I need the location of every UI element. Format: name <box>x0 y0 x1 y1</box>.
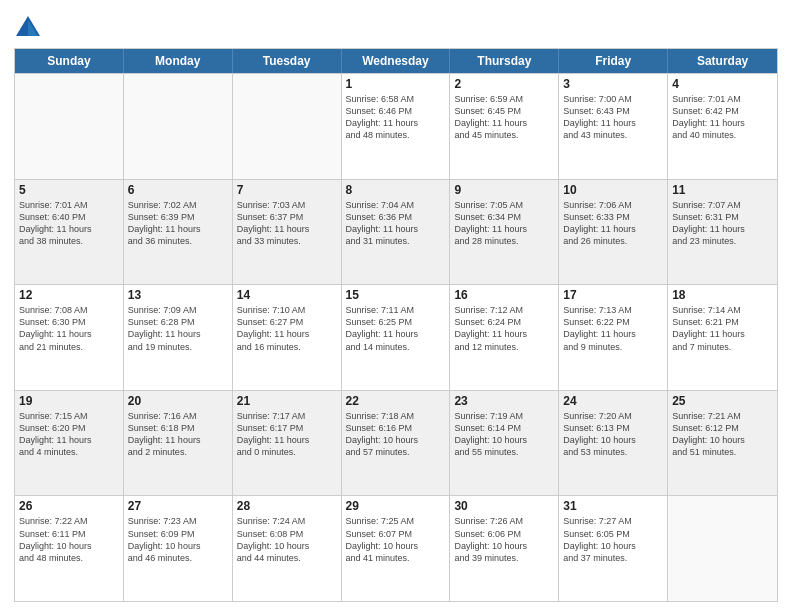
day-number: 23 <box>454 394 554 408</box>
calendar: SundayMondayTuesdayWednesdayThursdayFrid… <box>14 48 778 602</box>
day-info: Sunrise: 7:23 AM Sunset: 6:09 PM Dayligh… <box>128 515 228 564</box>
day-info: Sunrise: 7:27 AM Sunset: 6:05 PM Dayligh… <box>563 515 663 564</box>
calendar-day-5: 5Sunrise: 7:01 AM Sunset: 6:40 PM Daylig… <box>15 180 124 285</box>
header-day-saturday: Saturday <box>668 49 777 73</box>
day-number: 1 <box>346 77 446 91</box>
calendar-day-12: 12Sunrise: 7:08 AM Sunset: 6:30 PM Dayli… <box>15 285 124 390</box>
calendar-day-15: 15Sunrise: 7:11 AM Sunset: 6:25 PM Dayli… <box>342 285 451 390</box>
calendar-day-13: 13Sunrise: 7:09 AM Sunset: 6:28 PM Dayli… <box>124 285 233 390</box>
day-number: 9 <box>454 183 554 197</box>
calendar-day-26: 26Sunrise: 7:22 AM Sunset: 6:11 PM Dayli… <box>15 496 124 601</box>
calendar-day-24: 24Sunrise: 7:20 AM Sunset: 6:13 PM Dayli… <box>559 391 668 496</box>
day-info: Sunrise: 7:06 AM Sunset: 6:33 PM Dayligh… <box>563 199 663 248</box>
day-info: Sunrise: 7:10 AM Sunset: 6:27 PM Dayligh… <box>237 304 337 353</box>
day-info: Sunrise: 7:15 AM Sunset: 6:20 PM Dayligh… <box>19 410 119 459</box>
calendar-day-1: 1Sunrise: 6:58 AM Sunset: 6:46 PM Daylig… <box>342 74 451 179</box>
day-info: Sunrise: 7:12 AM Sunset: 6:24 PM Dayligh… <box>454 304 554 353</box>
calendar-day-17: 17Sunrise: 7:13 AM Sunset: 6:22 PM Dayli… <box>559 285 668 390</box>
day-info: Sunrise: 7:26 AM Sunset: 6:06 PM Dayligh… <box>454 515 554 564</box>
day-info: Sunrise: 7:07 AM Sunset: 6:31 PM Dayligh… <box>672 199 773 248</box>
day-info: Sunrise: 7:22 AM Sunset: 6:11 PM Dayligh… <box>19 515 119 564</box>
day-info: Sunrise: 7:21 AM Sunset: 6:12 PM Dayligh… <box>672 410 773 459</box>
day-number: 20 <box>128 394 228 408</box>
day-info: Sunrise: 7:13 AM Sunset: 6:22 PM Dayligh… <box>563 304 663 353</box>
day-number: 19 <box>19 394 119 408</box>
calendar-row-1: 5Sunrise: 7:01 AM Sunset: 6:40 PM Daylig… <box>15 179 777 285</box>
day-info: Sunrise: 7:11 AM Sunset: 6:25 PM Dayligh… <box>346 304 446 353</box>
day-number: 22 <box>346 394 446 408</box>
calendar-day-22: 22Sunrise: 7:18 AM Sunset: 6:16 PM Dayli… <box>342 391 451 496</box>
day-number: 28 <box>237 499 337 513</box>
day-info: Sunrise: 7:16 AM Sunset: 6:18 PM Dayligh… <box>128 410 228 459</box>
day-number: 29 <box>346 499 446 513</box>
calendar-body: 1Sunrise: 6:58 AM Sunset: 6:46 PM Daylig… <box>15 73 777 601</box>
day-number: 2 <box>454 77 554 91</box>
calendar-day-28: 28Sunrise: 7:24 AM Sunset: 6:08 PM Dayli… <box>233 496 342 601</box>
day-number: 14 <box>237 288 337 302</box>
day-number: 16 <box>454 288 554 302</box>
day-info: Sunrise: 7:14 AM Sunset: 6:21 PM Dayligh… <box>672 304 773 353</box>
day-info: Sunrise: 7:19 AM Sunset: 6:14 PM Dayligh… <box>454 410 554 459</box>
calendar-day-10: 10Sunrise: 7:06 AM Sunset: 6:33 PM Dayli… <box>559 180 668 285</box>
calendar-day-19: 19Sunrise: 7:15 AM Sunset: 6:20 PM Dayli… <box>15 391 124 496</box>
calendar-day-2: 2Sunrise: 6:59 AM Sunset: 6:45 PM Daylig… <box>450 74 559 179</box>
calendar-day-23: 23Sunrise: 7:19 AM Sunset: 6:14 PM Dayli… <box>450 391 559 496</box>
calendar-row-0: 1Sunrise: 6:58 AM Sunset: 6:46 PM Daylig… <box>15 73 777 179</box>
calendar-day-empty-0-2 <box>233 74 342 179</box>
page: SundayMondayTuesdayWednesdayThursdayFrid… <box>0 0 792 612</box>
header-day-tuesday: Tuesday <box>233 49 342 73</box>
calendar-day-8: 8Sunrise: 7:04 AM Sunset: 6:36 PM Daylig… <box>342 180 451 285</box>
calendar-day-11: 11Sunrise: 7:07 AM Sunset: 6:31 PM Dayli… <box>668 180 777 285</box>
logo-icon <box>14 14 42 42</box>
day-info: Sunrise: 7:24 AM Sunset: 6:08 PM Dayligh… <box>237 515 337 564</box>
day-number: 15 <box>346 288 446 302</box>
day-info: Sunrise: 7:03 AM Sunset: 6:37 PM Dayligh… <box>237 199 337 248</box>
day-number: 8 <box>346 183 446 197</box>
day-info: Sunrise: 7:25 AM Sunset: 6:07 PM Dayligh… <box>346 515 446 564</box>
day-number: 10 <box>563 183 663 197</box>
day-info: Sunrise: 7:20 AM Sunset: 6:13 PM Dayligh… <box>563 410 663 459</box>
day-info: Sunrise: 7:00 AM Sunset: 6:43 PM Dayligh… <box>563 93 663 142</box>
day-number: 13 <box>128 288 228 302</box>
day-number: 6 <box>128 183 228 197</box>
calendar-day-31: 31Sunrise: 7:27 AM Sunset: 6:05 PM Dayli… <box>559 496 668 601</box>
header-day-sunday: Sunday <box>15 49 124 73</box>
header-day-friday: Friday <box>559 49 668 73</box>
calendar-day-16: 16Sunrise: 7:12 AM Sunset: 6:24 PM Dayli… <box>450 285 559 390</box>
day-info: Sunrise: 6:59 AM Sunset: 6:45 PM Dayligh… <box>454 93 554 142</box>
calendar-day-27: 27Sunrise: 7:23 AM Sunset: 6:09 PM Dayli… <box>124 496 233 601</box>
day-info: Sunrise: 7:05 AM Sunset: 6:34 PM Dayligh… <box>454 199 554 248</box>
day-info: Sunrise: 7:02 AM Sunset: 6:39 PM Dayligh… <box>128 199 228 248</box>
day-info: Sunrise: 7:18 AM Sunset: 6:16 PM Dayligh… <box>346 410 446 459</box>
day-info: Sunrise: 7:08 AM Sunset: 6:30 PM Dayligh… <box>19 304 119 353</box>
calendar-day-25: 25Sunrise: 7:21 AM Sunset: 6:12 PM Dayli… <box>668 391 777 496</box>
day-number: 24 <box>563 394 663 408</box>
header-day-wednesday: Wednesday <box>342 49 451 73</box>
day-number: 30 <box>454 499 554 513</box>
header-day-monday: Monday <box>124 49 233 73</box>
calendar-day-4: 4Sunrise: 7:01 AM Sunset: 6:42 PM Daylig… <box>668 74 777 179</box>
calendar-day-empty-4-6 <box>668 496 777 601</box>
day-number: 17 <box>563 288 663 302</box>
day-number: 21 <box>237 394 337 408</box>
calendar-day-7: 7Sunrise: 7:03 AM Sunset: 6:37 PM Daylig… <box>233 180 342 285</box>
day-number: 11 <box>672 183 773 197</box>
day-number: 26 <box>19 499 119 513</box>
calendar-header: SundayMondayTuesdayWednesdayThursdayFrid… <box>15 49 777 73</box>
calendar-day-empty-0-0 <box>15 74 124 179</box>
day-info: Sunrise: 7:01 AM Sunset: 6:42 PM Dayligh… <box>672 93 773 142</box>
header <box>14 10 778 42</box>
logo <box>14 14 46 42</box>
day-number: 3 <box>563 77 663 91</box>
calendar-day-30: 30Sunrise: 7:26 AM Sunset: 6:06 PM Dayli… <box>450 496 559 601</box>
calendar-row-4: 26Sunrise: 7:22 AM Sunset: 6:11 PM Dayli… <box>15 495 777 601</box>
day-info: Sunrise: 6:58 AM Sunset: 6:46 PM Dayligh… <box>346 93 446 142</box>
calendar-day-3: 3Sunrise: 7:00 AM Sunset: 6:43 PM Daylig… <box>559 74 668 179</box>
header-day-thursday: Thursday <box>450 49 559 73</box>
calendar-day-20: 20Sunrise: 7:16 AM Sunset: 6:18 PM Dayli… <box>124 391 233 496</box>
day-info: Sunrise: 7:01 AM Sunset: 6:40 PM Dayligh… <box>19 199 119 248</box>
calendar-day-21: 21Sunrise: 7:17 AM Sunset: 6:17 PM Dayli… <box>233 391 342 496</box>
day-number: 5 <box>19 183 119 197</box>
calendar-day-9: 9Sunrise: 7:05 AM Sunset: 6:34 PM Daylig… <box>450 180 559 285</box>
day-number: 27 <box>128 499 228 513</box>
